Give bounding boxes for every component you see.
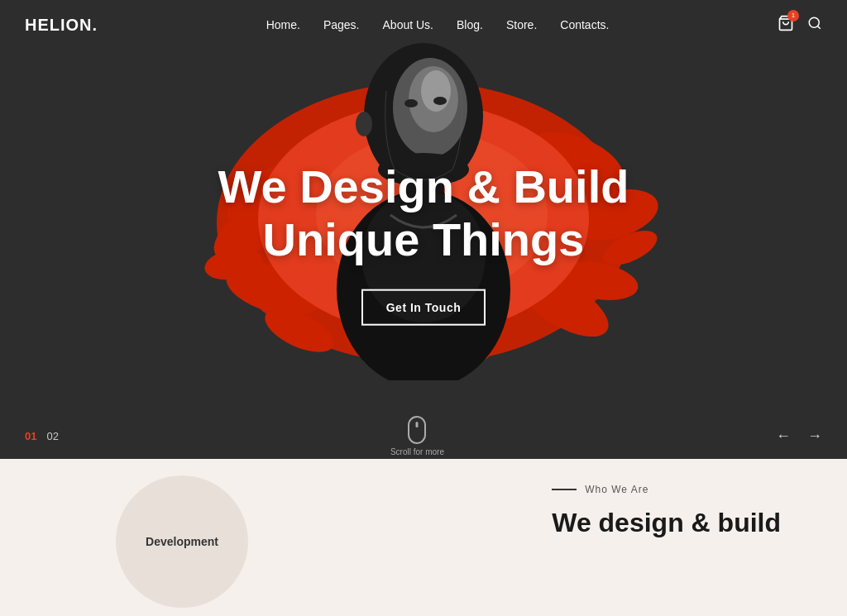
nav-item-store[interactable]: Store. [506,17,537,32]
search-button[interactable] [807,16,822,35]
development-label: Development [146,535,218,548]
below-hero-section: Development Who We Are We design & build [0,459,847,616]
nav-item-home[interactable]: Home. [266,17,300,32]
nav-item-blog[interactable]: Blog. [457,17,483,32]
cart-button[interactable]: 1 [778,15,794,36]
slide-indicators: 01 02 [25,430,59,442]
hero-content: We Design & Build Unique Things Get In T… [175,160,672,326]
who-we-are-section: Who We Are We design & build [552,484,781,538]
who-we-are-label: Who We Are [585,484,648,495]
hero-bottom-bar: 01 02 Scroll for more ← → [0,413,847,459]
who-line-decoration [552,489,577,490]
svg-point-21 [421,70,451,112]
slide-nav-arrows: ← → [776,427,822,445]
svg-point-22 [404,99,418,107]
scroll-label: Scroll for more [390,447,444,456]
slide-current[interactable]: 01 [25,430,36,442]
cart-badge: 1 [787,10,799,21]
svg-point-28 [356,112,372,136]
nav-item-contacts[interactable]: Contacts. [560,17,609,32]
site-header: HELION. Home. Pages. About Us. Blog. Sto… [0,0,847,50]
header-icons: 1 [778,15,822,36]
svg-point-1 [809,17,819,27]
nav-item-pages[interactable]: Pages. [323,17,360,32]
development-circle: Development [116,475,248,608]
who-we-are-title: We design & build [552,507,781,538]
next-slide-button[interactable]: → [807,427,822,445]
hero-cta-button[interactable]: Get In Touch [361,289,486,326]
scroll-indicator: Scroll for more [390,416,444,456]
who-label-line: Who We Are [552,484,781,495]
nav-item-about[interactable]: About Us. [383,17,433,32]
hero-section: HELION. Home. Pages. About Us. Blog. Sto… [0,0,847,459]
slide-next[interactable]: 02 [46,430,58,442]
prev-slide-button[interactable]: ← [776,427,791,445]
hero-title: We Design & Build Unique Things [175,160,672,266]
main-nav: Home. Pages. About Us. Blog. Store. Cont… [266,17,610,32]
svg-point-23 [433,97,447,105]
site-logo[interactable]: HELION. [25,16,98,35]
scroll-mouse-icon [408,416,426,444]
